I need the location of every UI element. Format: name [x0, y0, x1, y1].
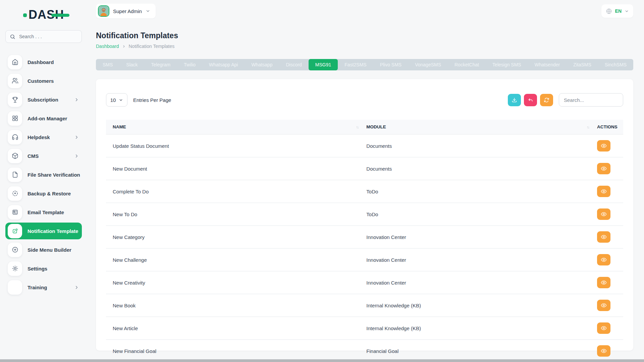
- sidebar-item-label: Helpdesk: [28, 134, 50, 140]
- view-button[interactable]: [597, 345, 610, 357]
- language-dropdown[interactable]: EN: [601, 4, 633, 18]
- sidebar-item-settings[interactable]: Settings: [5, 260, 82, 277]
- view-button[interactable]: [597, 322, 610, 334]
- export-button[interactable]: [508, 94, 521, 106]
- language-code: EN: [615, 8, 622, 14]
- view-button[interactable]: [597, 186, 610, 197]
- cell-name: New Document: [106, 157, 363, 180]
- cell-module: Innovation Center: [363, 226, 594, 248]
- eye-icon: [601, 257, 607, 263]
- column-header-actions: ACTIONS: [594, 120, 623, 134]
- topbar: Super Admin EN: [96, 0, 633, 18]
- sidebar-item-file-share-verification[interactable]: File Share Verification: [5, 166, 82, 183]
- sidebar-item-helpdesk[interactable]: Helpdesk: [5, 129, 82, 145]
- tab-plivo-sms[interactable]: Plivo SMS: [373, 59, 409, 70]
- breadcrumb-current: Notification Templates: [129, 44, 175, 49]
- sidebar-item-notification-template[interactable]: Notification Template: [5, 223, 82, 239]
- brand-dash: [51, 14, 69, 17]
- entries-per-page-select[interactable]: 10: [106, 93, 127, 107]
- sidebar-item-subscription[interactable]: Subscription: [5, 91, 82, 108]
- table-row: New DocumentDocuments: [106, 157, 623, 180]
- table-controls: 10 Entries Per Page: [106, 93, 623, 107]
- tab-sinchsms[interactable]: SinchSMS: [598, 59, 633, 70]
- sidebar-item-email-template[interactable]: Email Template: [5, 204, 82, 221]
- view-button[interactable]: [597, 300, 610, 311]
- view-button[interactable]: [597, 277, 610, 288]
- view-button[interactable]: [597, 231, 610, 243]
- refresh-button[interactable]: [540, 94, 553, 106]
- cell-name: Complete To Do: [106, 180, 363, 203]
- profile-dropdown[interactable]: Super Admin: [96, 4, 156, 18]
- view-button[interactable]: [597, 163, 610, 174]
- breadcrumb-dashboard-link[interactable]: Dashboard: [96, 44, 119, 49]
- tab-whatsender[interactable]: Whatsender: [528, 59, 567, 70]
- column-header-name[interactable]: NAME↑↓: [106, 120, 363, 134]
- sort-icon: ↑↓: [587, 125, 589, 129]
- sidebar-item-training[interactable]: Training: [5, 279, 82, 296]
- sidebar-item-label: Training: [28, 285, 47, 290]
- tab-vonagesms[interactable]: VonageSMS: [408, 59, 448, 70]
- breadcrumb: Dashboard Notification Templates: [96, 44, 633, 49]
- cell-actions: [594, 203, 623, 226]
- tab-zitasms[interactable]: ZitaSMS: [567, 59, 598, 70]
- trophy-icon: [8, 93, 22, 107]
- page-title: Notification Templates: [96, 31, 633, 40]
- chevron-right-icon: [122, 45, 126, 48]
- tab-fast2sms[interactable]: Fast2SMS: [338, 59, 373, 70]
- sidebar-item-backup-restore[interactable]: Backup & Restore: [5, 185, 82, 202]
- tab-telegram[interactable]: Telegram: [145, 59, 177, 70]
- table-search-input[interactable]: [559, 93, 623, 107]
- sidebar-item-label: Email Template: [28, 209, 64, 215]
- cell-actions: [594, 157, 623, 180]
- column-header-module[interactable]: MODULE↑↓: [363, 120, 594, 134]
- tab-telesign-sms[interactable]: Telesign SMS: [486, 59, 528, 70]
- view-button[interactable]: [597, 208, 610, 220]
- view-button[interactable]: [597, 140, 610, 152]
- cell-module: Internal Knowledge (KB): [363, 317, 594, 340]
- cell-actions: [594, 271, 623, 294]
- tab-msg91[interactable]: MSG91: [309, 59, 338, 70]
- tab-whatsapp-api[interactable]: Whatsapp Api: [202, 59, 245, 70]
- cell-name: New Article: [106, 317, 363, 340]
- sidebar-item-customers[interactable]: Customers: [5, 72, 82, 89]
- column-label: ACTIONS: [597, 124, 618, 129]
- tab-rocketchat[interactable]: RocketChat: [448, 59, 486, 70]
- cell-actions: [594, 248, 623, 271]
- app-root: DASH DashboardCustomersSubscriptionAdd-o…: [0, 0, 644, 359]
- sidebar-item-cms[interactable]: CMS: [5, 147, 82, 164]
- eye-icon: [601, 325, 607, 331]
- sidebar-item-label: Backup & Restore: [28, 191, 71, 196]
- sidebar-item-add-on-manager[interactable]: Add-on Manager: [5, 110, 82, 127]
- profile-name: Super Admin: [113, 8, 142, 14]
- undo-button[interactable]: [524, 94, 537, 106]
- column-label: MODULE: [366, 124, 386, 129]
- table-card: 10 Entries Per Page: [96, 79, 633, 351]
- eye-icon: [601, 234, 607, 240]
- cell-module: Financial Goal: [363, 340, 594, 362]
- sort-icon: ↑↓: [356, 125, 358, 129]
- cell-module: ToDo: [363, 180, 594, 203]
- refresh-icon: [544, 97, 549, 103]
- tab-whatsapp[interactable]: Whatsapp: [245, 59, 279, 70]
- avatar: [98, 5, 109, 17]
- channel-tabs: SMSSlackTelegramTwilioWhatsapp ApiWhatsa…: [96, 59, 633, 70]
- tab-sms[interactable]: SMS: [96, 59, 119, 70]
- view-button[interactable]: [597, 254, 610, 265]
- globe-icon: [606, 8, 612, 14]
- notification-template-icon: [8, 224, 22, 238]
- cell-name: New Category: [106, 226, 363, 248]
- table-row: New ChallengeInnovation Center: [106, 248, 623, 271]
- tab-discord[interactable]: Discord: [279, 59, 308, 70]
- cell-actions: [594, 134, 623, 157]
- table-row: New BookInternal Knowledge (KB): [106, 294, 623, 317]
- tab-slack[interactable]: Slack: [119, 59, 144, 70]
- eye-icon: [601, 166, 607, 172]
- sidebar-search-input[interactable]: [18, 34, 77, 40]
- tab-twilio[interactable]: Twilio: [177, 59, 202, 70]
- brand-logo[interactable]: DASH: [23, 7, 64, 23]
- cell-module: ToDo: [363, 203, 594, 226]
- chevron-right-icon: [74, 135, 79, 140]
- sidebar-item-dashboard[interactable]: Dashboard: [5, 54, 82, 70]
- sidebar-item-side-menu-builder[interactable]: Side Menu Builder: [5, 241, 82, 258]
- cell-actions: [594, 180, 623, 203]
